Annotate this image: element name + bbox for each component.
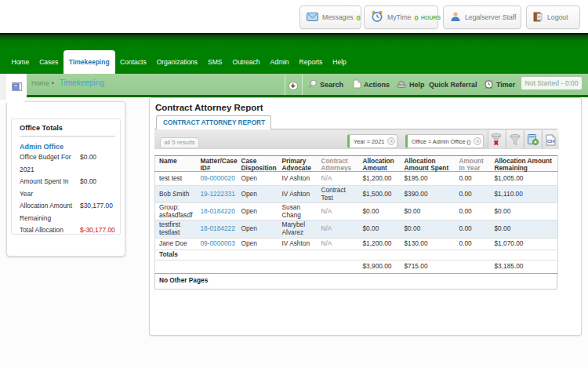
svg-text:CSV: CSV	[547, 140, 555, 144]
